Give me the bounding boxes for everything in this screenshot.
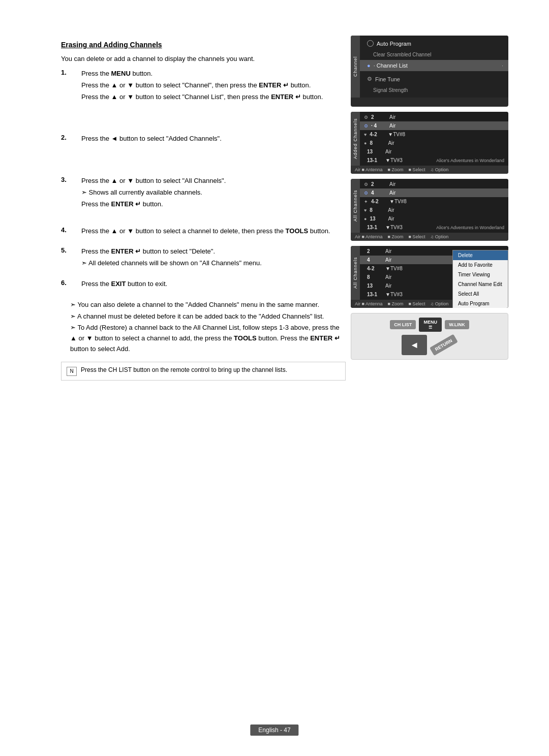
- step-4-num: 4.: [61, 226, 69, 238]
- channel-row: ⚙ · 4 Air: [360, 121, 508, 130]
- context-auto-program[interactable]: Auto Program: [453, 299, 508, 308]
- context-timer-viewing[interactable]: Timer Viewing: [453, 270, 508, 279]
- panel-added-channels: Added Channels ⚙ 2 Air ⚙ · 4 Air: [351, 112, 508, 174]
- menu-fine-tune[interactable]: ⚙ Fine Tune: [360, 73, 508, 85]
- step-1-line-2: Press the ▲ or ▼ button to select "Chann…: [81, 80, 323, 91]
- channel-row: ● 13 Air: [360, 214, 508, 223]
- step-4-line-1: Press the ▲ or ▼ button to select a chan…: [81, 226, 330, 237]
- channel-row: 13 Air: [360, 147, 508, 156]
- auto-program-label: Auto Program: [377, 41, 411, 47]
- step-2-num: 2.: [61, 134, 69, 145]
- remote-panel: CH LIST MENU☰ W.LINK ◄ RETURN: [351, 313, 508, 360]
- step-3-line-2: Press the ENTER ↵ button.: [81, 199, 226, 210]
- step-1-num: 1.: [61, 69, 69, 103]
- channel-row: ⚙ 2 Air: [360, 180, 508, 188]
- fine-tune-label: Fine Tune: [375, 76, 400, 82]
- channel-row: 13-1 ▼TV#3 Alice's Adventures in Wonderl…: [360, 156, 508, 165]
- step-2-line-1: Press the ◄ button to select "Added Chan…: [81, 134, 222, 144]
- section-title: Erasing and Adding Channels: [61, 41, 346, 49]
- remote-ch-list-btn[interactable]: CH LIST: [390, 320, 416, 329]
- context-select-all[interactable]: Select All: [453, 289, 508, 299]
- signal-strength-label: Signal Strength: [373, 87, 408, 93]
- panel-all-channels-delete: All Channels 2 Air 4 Air: [351, 246, 508, 308]
- step-4: 4. Press the ▲ or ▼ button to select a c…: [61, 226, 346, 238]
- step-3-num: 3.: [61, 176, 69, 210]
- channel-row: ● 8 Air: [360, 139, 508, 147]
- panel3-footer: Air ■ Antenna ■ Zoom ■ Select ♫ Option: [351, 233, 508, 241]
- note-box: N Press the CH LIST button on the remote…: [61, 362, 346, 381]
- panel4-side-label: All Channels: [351, 246, 360, 300]
- step-5-note: ➣ All deleted channels will be shown on …: [81, 258, 262, 269]
- remote-wlink-btn[interactable]: W.LINK: [445, 320, 469, 329]
- step-5: 5. Press the ENTER ↵ button to select "D…: [61, 246, 346, 270]
- extra-note-1: ➣ You can also delete a channel to the "…: [70, 300, 346, 310]
- channel-row: ♥ 8 Air: [360, 206, 508, 214]
- page-footer: English - 47: [250, 724, 298, 736]
- channel-row: ✦ 4-2 ▼TV#8: [360, 197, 508, 206]
- panel-all-channels: All Channels ⚙ 2 Air ⚙ 4 Air: [351, 179, 508, 241]
- channel-row: 13-1 ▼TV#3 Alice's Adventures in Wonderl…: [360, 223, 508, 232]
- step-1-line-3: Press the ▲ or ▼ button to select "Chann…: [81, 92, 323, 103]
- step-6-line-1: Press the EXIT button to exit.: [81, 279, 167, 290]
- step-1-line-1: Press the MENU button.: [81, 69, 323, 79]
- step-2: 2. Press the ◄ button to select "Added C…: [61, 134, 346, 145]
- step-6: 6. Press the EXIT button to exit.: [61, 279, 346, 291]
- channel-list-label: · Channel List: [374, 62, 408, 69]
- panel-channel-menu: Channel Auto Program Clear Scrambled Cha…: [351, 36, 508, 107]
- note-icon: N: [67, 367, 77, 376]
- extra-note-2: ➣ A channel must be deleted before it ca…: [70, 311, 346, 322]
- left-content: Erasing and Adding Channels You can dele…: [61, 41, 346, 381]
- remote-menu-btn[interactable]: MENU☰: [419, 318, 442, 332]
- step-6-num: 6.: [61, 279, 69, 291]
- step-5-line-1: Press the ENTER ↵ button to select "Dele…: [81, 246, 262, 257]
- panel2-side-label: Added Channels: [351, 112, 360, 166]
- remote-return-btn[interactable]: RETURN: [430, 334, 458, 356]
- step-3-line-1: Press the ▲ or ▼ button to select "All C…: [81, 176, 226, 186]
- context-menu: Delete Add to Favorite Timer Viewing Cha…: [452, 250, 508, 308]
- panel1-side-label: Channel: [351, 36, 360, 98]
- clear-scrambled-label: Clear Scrambled Channel: [373, 52, 432, 57]
- note-text: Press the CH LIST button on the remote c…: [81, 366, 287, 373]
- menu-channel-list[interactable]: ● · Channel List ·: [360, 60, 508, 71]
- right-content: Channel Auto Program Clear Scrambled Cha…: [351, 36, 508, 365]
- panel2-footer: Air ■ Antenna ■ Zoom ■ Select ♫ Option: [351, 166, 508, 174]
- channel-row: ⚙ 2 Air: [360, 113, 508, 121]
- menu-signal-strength[interactable]: Signal Strength: [360, 85, 508, 96]
- context-channel-name-edit[interactable]: Channel Name Edit: [453, 279, 508, 289]
- menu-clear-scrambled[interactable]: Clear Scrambled Channel: [360, 49, 508, 60]
- step-3-note: ➣ Shows all currently available channels…: [81, 187, 226, 198]
- channel-row: ⚙ 4 Air: [360, 188, 508, 197]
- context-add-favorite[interactable]: Add to Favorite: [453, 260, 508, 270]
- menu-auto-program[interactable]: Auto Program: [360, 38, 508, 49]
- step-5-num: 5.: [61, 246, 69, 270]
- step-3: 3. Press the ▲ or ▼ button to select "Al…: [61, 176, 346, 210]
- extra-note-3: ➣ To Add (Restore) a channel back to the…: [70, 323, 346, 354]
- extra-notes: ➣ You can also delete a channel to the "…: [70, 300, 346, 355]
- intro-text: You can delete or add a channel to displ…: [61, 55, 346, 62]
- channel-row: ♥ 4-2 ▼TV#8: [360, 130, 508, 139]
- remote-arrow-left[interactable]: ◄: [410, 340, 419, 351]
- panel3-side-label: All Channels: [351, 179, 360, 233]
- context-delete[interactable]: Delete: [453, 250, 508, 260]
- step-1: 1. Press the MENU button. Press the ▲ or…: [61, 69, 346, 103]
- page: Erasing and Adding Channels You can dele…: [0, 0, 549, 756]
